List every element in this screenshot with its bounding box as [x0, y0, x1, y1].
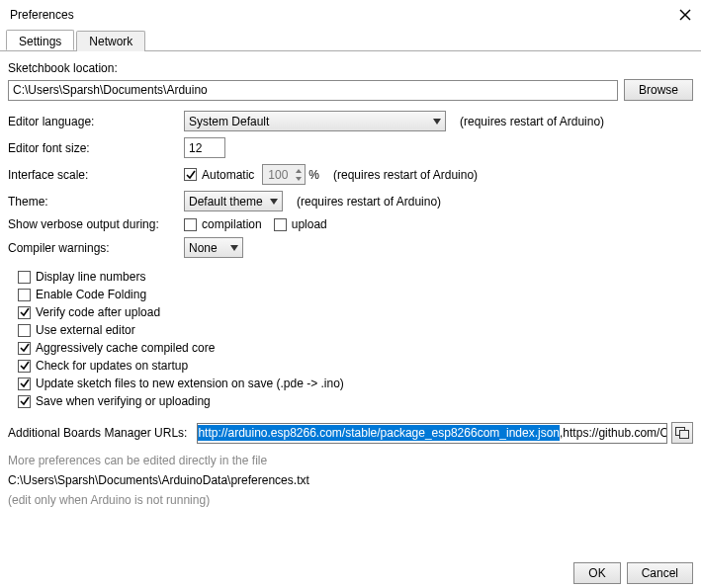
theme-label: Theme:: [8, 195, 184, 209]
save-verify-label: Save when verifying or uploading: [36, 394, 211, 408]
scale-auto-label: Automatic: [202, 168, 254, 182]
ok-button[interactable]: OK: [573, 562, 620, 584]
language-select[interactable]: System Default: [184, 111, 446, 131]
external-editor-checkbox[interactable]: [18, 324, 31, 337]
check-updates-label: Check for updates on startup: [36, 359, 188, 373]
chevron-down-icon: [433, 119, 441, 125]
svg-marker-6: [230, 245, 238, 251]
scale-label: Interface scale:: [8, 168, 184, 182]
sketchbook-path-input[interactable]: [8, 80, 618, 101]
scale-value: 100: [263, 168, 293, 182]
window-title: Preferences: [10, 8, 74, 22]
verbose-upload-label: upload: [292, 217, 327, 231]
update-ext-label: Update sketch files to new extension on …: [36, 377, 344, 390]
update-ext-checkbox[interactable]: [18, 378, 31, 390]
spinner-down-icon[interactable]: [293, 175, 305, 183]
svg-marker-2: [433, 119, 441, 125]
moreprefs-line2: (edit only when Arduino is not running): [8, 493, 693, 507]
language-value: System Default: [189, 115, 269, 128]
verbose-compile-checkbox[interactable]: [184, 218, 197, 231]
code-folding-checkbox[interactable]: [18, 289, 31, 301]
scale-auto-checkbox[interactable]: [184, 168, 197, 181]
scale-spinner[interactable]: 100: [262, 164, 306, 185]
svg-marker-5: [270, 199, 278, 205]
fontsize-label: Editor font size:: [8, 141, 184, 155]
moreprefs-path: C:\Users\Sparsh\Documents\ArduinoData\pr…: [8, 473, 693, 487]
close-icon[interactable]: [677, 7, 693, 23]
verbose-compile-label: compilation: [202, 217, 262, 231]
boards-urls-expand-button[interactable]: [671, 422, 693, 444]
fontsize-input[interactable]: [184, 137, 225, 158]
boards-url-selected: http://arduino.esp8266.com/stable/packag…: [198, 425, 560, 441]
svg-rect-8: [680, 431, 689, 439]
check-updates-checkbox[interactable]: [18, 360, 31, 373]
svg-marker-4: [296, 177, 302, 181]
warnings-select[interactable]: None: [184, 237, 243, 258]
boards-urls-input[interactable]: http://arduino.esp8266.com/stable/packag…: [197, 423, 667, 444]
tab-settings[interactable]: Settings: [6, 30, 74, 50]
moreprefs-line1: More preferences can be edited directly …: [8, 454, 693, 467]
spinner-up-icon[interactable]: [293, 167, 305, 175]
sketchbook-label: Sketchbook location:: [8, 61, 693, 75]
cancel-button[interactable]: Cancel: [627, 562, 693, 584]
line-numbers-label: Display line numbers: [36, 270, 145, 284]
browse-button[interactable]: Browse: [624, 79, 693, 101]
language-label: Editor language:: [8, 115, 184, 128]
scale-note: (requires restart of Arduino): [333, 168, 478, 182]
code-folding-label: Enable Code Folding: [36, 288, 146, 301]
tab-network[interactable]: Network: [76, 31, 145, 51]
chevron-down-icon: [230, 245, 238, 251]
external-editor-label: Use external editor: [36, 323, 135, 337]
save-verify-checkbox[interactable]: [18, 395, 31, 408]
theme-note: (requires restart of Arduino): [297, 195, 441, 209]
language-note: (requires restart of Arduino): [460, 115, 604, 128]
window-icon: [675, 427, 689, 439]
verbose-label: Show verbose output during:: [8, 217, 184, 231]
boards-urls-label: Additional Boards Manager URLs:: [8, 426, 187, 440]
boards-url-rest: ,https://github.com/Optiboot/opt: [560, 426, 667, 440]
cache-core-checkbox[interactable]: [18, 342, 31, 355]
svg-marker-3: [296, 169, 302, 173]
warnings-value: None: [189, 241, 218, 255]
warnings-label: Compiler warnings:: [8, 241, 184, 255]
verify-upload-checkbox[interactable]: [18, 306, 31, 319]
line-numbers-checkbox[interactable]: [18, 271, 31, 284]
theme-value: Default theme: [189, 195, 263, 209]
cache-core-label: Aggressively cache compiled core: [36, 341, 215, 355]
scale-pct: %: [308, 168, 319, 182]
theme-select[interactable]: Default theme: [184, 191, 283, 211]
chevron-down-icon: [270, 199, 278, 205]
verbose-upload-checkbox[interactable]: [274, 218, 287, 231]
verify-upload-label: Verify code after upload: [36, 305, 160, 319]
